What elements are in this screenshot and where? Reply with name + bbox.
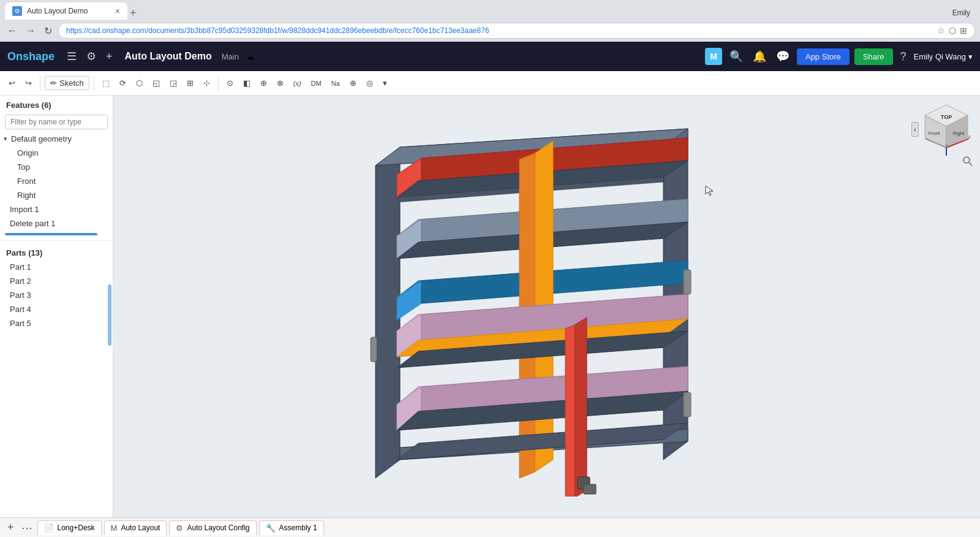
fillet-icon: ◱ (153, 78, 160, 88)
variables-icon: (x) (293, 80, 301, 87)
dm-button[interactable]: DM (307, 78, 325, 89)
list-item-part3[interactable]: Part 3 (0, 288, 113, 302)
app-store-button[interactable]: App Store (797, 48, 850, 65)
part4-label: Part 4 (10, 305, 31, 314)
default-geometry-group[interactable]: ▾ Default geometry (0, 132, 113, 146)
tree-item-import1[interactable]: Import 1 (0, 202, 113, 216)
part5-label: Part 5 (10, 319, 31, 328)
default-geometry-label: Default geometry (11, 134, 72, 143)
new-tab-button[interactable]: + (130, 7, 137, 20)
dm-icon: DM (311, 80, 322, 87)
pattern-button[interactable]: ⊹ (200, 77, 214, 90)
bookmark-icon[interactable]: ☆ (937, 26, 945, 36)
variables-button[interactable]: (x) (290, 78, 305, 89)
zoom-in-button[interactable]: ⊕ (346, 77, 360, 90)
cast-icon[interactable]: ⬡ (949, 26, 956, 36)
na-button[interactable]: Na (328, 78, 344, 89)
user-menu[interactable]: Emily Qi Wang ▾ (914, 52, 973, 61)
tab-assembly1[interactable]: 🔧 Assembly 1 (259, 520, 324, 535)
deletepart1-label: Delete part 1 (10, 219, 55, 228)
autolayout-config-tab-label: Auto Layout Config (187, 524, 249, 532)
extension-icon[interactable]: ⊞ (960, 26, 967, 36)
revolve-button[interactable]: ⟳ (116, 77, 130, 90)
doc-icons: ☁ (246, 52, 254, 61)
scrollbar[interactable] (108, 284, 111, 346)
tab-favicon: O (12, 6, 22, 16)
tree-item-top[interactable]: Top (0, 160, 113, 174)
render-icon: ◎ (366, 78, 373, 88)
view-cube-collapse-button[interactable]: ‹ (911, 122, 919, 137)
more-tools-button[interactable]: ▾ (379, 77, 391, 90)
tab-autolayout[interactable]: M Auto Layout (104, 520, 167, 536)
list-item-part5[interactable]: Part 5 (0, 316, 113, 330)
view-cube[interactable]: TOP Front Right Z X ‹ (919, 102, 974, 157)
tab-longdesk[interactable]: 📄 Long+Desk (37, 520, 102, 535)
part2-label: Part 2 (10, 276, 31, 286)
address-bar[interactable]: https://cad.onshape.com/documents/3b3bb8… (58, 23, 975, 39)
svg-text:X: X (968, 134, 971, 140)
mate-button[interactable]: ⊗ (273, 77, 287, 90)
filter-input[interactable] (5, 115, 108, 129)
svg-rect-32 (584, 484, 596, 494)
tree-item-right[interactable]: Right (0, 188, 113, 202)
sketch-label: Sketch (59, 78, 84, 88)
part3-label: Part 3 (10, 291, 31, 300)
settings-button[interactable]: ⚙ (84, 47, 99, 66)
sketch-button[interactable]: ✏ Sketch (45, 76, 89, 90)
nav-back-button[interactable]: ← (5, 24, 20, 37)
chamfer-icon: ◲ (170, 78, 177, 88)
more-tools-icon: ▾ (383, 78, 387, 88)
browser-user-label: Emily (948, 6, 975, 20)
redo-button[interactable]: ↪ (21, 77, 36, 90)
nav-forward-button[interactable]: → (23, 24, 38, 37)
view-cube-magnify-button[interactable] (962, 155, 974, 169)
list-item-part1[interactable]: Part 1 (0, 260, 113, 274)
svg-text:Front: Front (929, 131, 940, 136)
user-chevron-icon: ▾ (968, 52, 973, 61)
nav-refresh-button[interactable]: ↻ (42, 24, 55, 38)
search-button[interactable]: 🔍 (727, 47, 745, 66)
parts-header: Parts (13) (0, 243, 113, 260)
undo-button[interactable]: ↩ (5, 77, 19, 90)
section-view-button[interactable]: ◧ (239, 77, 254, 90)
boolean-icon: ⊞ (187, 78, 194, 88)
help-button[interactable]: ? (898, 48, 909, 66)
tree-item-front[interactable]: Front (0, 174, 113, 188)
viewport[interactable]: TOP Front Right Z X ‹ (113, 96, 980, 517)
list-item-part2[interactable]: Part 2 (0, 274, 113, 288)
browser-tab[interactable]: O Auto Layout Demo × (5, 2, 127, 20)
extrude-button[interactable]: ⬚ (99, 77, 113, 90)
transform-button[interactable]: ⊕ (257, 77, 271, 90)
list-item-part4[interactable]: Part 4 (0, 302, 113, 316)
left-panel: Features (6) ▾ Default geometry Origin T… (0, 96, 113, 517)
mate-icon: ⊗ (277, 78, 284, 88)
render-button[interactable]: ◎ (363, 77, 377, 90)
chat-button[interactable]: 💬 (774, 47, 792, 66)
svg-text:Right: Right (953, 131, 965, 136)
extrude-icon: ⬚ (102, 78, 110, 88)
user-name: Emily Qi Wang (914, 52, 966, 61)
toolbar-separator-1 (40, 76, 40, 91)
boolean-button[interactable]: ⊞ (183, 77, 197, 90)
autolayout-config-tab-icon: ⚙ (176, 524, 183, 533)
measure-button[interactable]: ⊙ (223, 77, 237, 90)
cloud-icon: ☁ (246, 52, 254, 61)
measure-icon: ⊙ (227, 78, 233, 88)
redo-icon: ↪ (25, 78, 32, 88)
svg-marker-15 (397, 281, 421, 320)
add-tab-button[interactable]: + (5, 520, 17, 535)
menu-button[interactable]: ☰ (64, 47, 79, 66)
tree-item-deletepart1[interactable]: Delete part 1 (0, 216, 113, 230)
tab-autolayout-config[interactable]: ⚙ Auto Layout Config (169, 520, 256, 535)
m-badge[interactable]: M (705, 48, 722, 65)
tab-close-button[interactable]: × (115, 6, 120, 16)
add-document-button[interactable]: + (104, 48, 115, 66)
shell-button[interactable]: ⬡ (132, 77, 146, 90)
notifications-button[interactable]: 🔔 (750, 47, 769, 66)
chamfer-button[interactable]: ◲ (166, 77, 181, 90)
tree-item-origin[interactable]: Origin (0, 146, 113, 160)
share-button[interactable]: Share (854, 48, 893, 65)
fillet-button[interactable]: ◱ (149, 77, 164, 90)
tab-options-button[interactable]: ⋯ (19, 520, 35, 536)
pattern-icon: ⊹ (203, 78, 210, 88)
